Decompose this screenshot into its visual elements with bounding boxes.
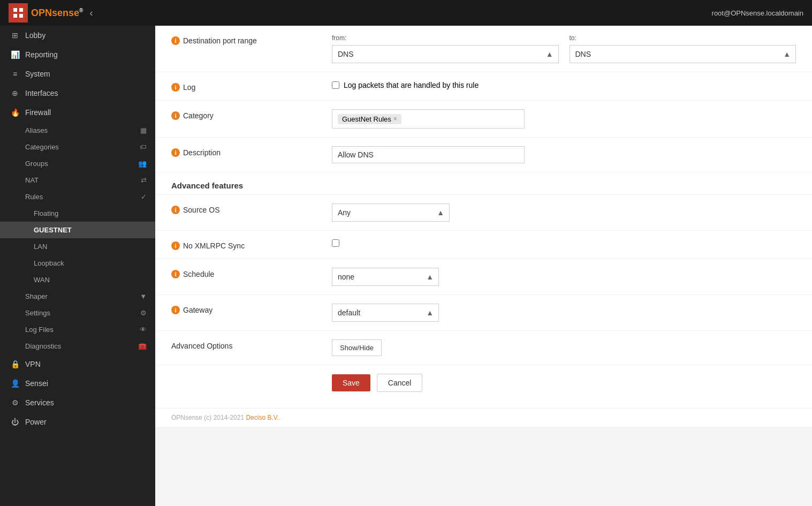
to-select[interactable]: DNS bbox=[570, 45, 796, 63]
gateway-field: default ▲ bbox=[332, 304, 796, 322]
log-field: Log packets that are handled by this rul… bbox=[332, 81, 796, 89]
advanced-features-section: Advanced features bbox=[155, 172, 812, 195]
svg-rect-2 bbox=[13, 14, 17, 18]
no-xmlrpc-checkbox[interactable] bbox=[332, 239, 339, 247]
sidebar-sub-rules[interactable]: Rules ✓ bbox=[0, 188, 155, 205]
log-checkbox[interactable] bbox=[332, 81, 339, 89]
sidebar-item-power[interactable]: ⏻ Power bbox=[0, 412, 155, 432]
shaper-label: Shaper bbox=[25, 292, 48, 300]
source-os-row: i Source OS Any ▲ bbox=[155, 195, 812, 231]
sidebar-sub-categories[interactable]: Categories 🏷 bbox=[0, 139, 155, 155]
sidebar-sub-groups[interactable]: Groups 👥 bbox=[0, 155, 155, 172]
sidebar-item-firewall[interactable]: 🔥 Firewall bbox=[0, 103, 155, 122]
cancel-button[interactable]: Cancel bbox=[377, 374, 423, 392]
logo: OPNsense® bbox=[9, 3, 83, 22]
system-icon: ≡ bbox=[10, 70, 20, 78]
footer-link[interactable]: Deciso B.V. bbox=[246, 414, 279, 421]
rules-icon: ✓ bbox=[141, 193, 147, 201]
from-select[interactable]: DNS bbox=[332, 45, 559, 63]
brand-opn: OPN bbox=[31, 7, 52, 18]
sidebar-sub-floating[interactable]: Floating bbox=[0, 205, 155, 222]
sidebar-item-label: Interfaces bbox=[25, 89, 58, 97]
guestnet-label: GUESTNET bbox=[34, 226, 72, 234]
gateway-label: i Gateway bbox=[171, 304, 321, 314]
collapse-sidebar-button[interactable]: ‹ bbox=[89, 7, 93, 19]
sidebar-sub-guestnet[interactable]: GUESTNET bbox=[0, 222, 155, 238]
groups-label: Groups bbox=[25, 160, 48, 168]
svg-rect-3 bbox=[19, 14, 23, 18]
sidebar-sub-aliases[interactable]: Aliases ▦ bbox=[0, 122, 155, 139]
topbar: OPNsense® ‹ root@OPNsense.localdomain bbox=[0, 0, 812, 26]
lan-label: LAN bbox=[34, 243, 47, 251]
schedule-label: i Schedule bbox=[171, 268, 321, 278]
brand-registered: ® bbox=[79, 7, 83, 13]
topbar-left: OPNsense® ‹ bbox=[9, 3, 93, 22]
reporting-icon: 📊 bbox=[10, 50, 20, 59]
sidebar-item-label: Reporting bbox=[25, 50, 58, 59]
log-info-icon: i bbox=[171, 83, 180, 92]
no-xmlrpc-row: i No XMLRPC Sync bbox=[155, 231, 812, 259]
footer: OPNsense (c) 2014-2021 Deciso B.V.. bbox=[155, 408, 812, 427]
sidebar-sub-wan[interactable]: WAN bbox=[0, 271, 155, 288]
sidebar-item-services[interactable]: ⚙ Services bbox=[0, 393, 155, 412]
sidebar-item-interfaces[interactable]: ⊕ Interfaces bbox=[0, 84, 155, 103]
sidebar-sub-shaper[interactable]: Shaper ▼ bbox=[0, 288, 155, 305]
schedule-info-icon: i bbox=[171, 270, 180, 278]
dest-port-range-row: i Destination port range from: DNS ▲ bbox=[155, 26, 812, 72]
sidebar: ⊞ Lobby 📊 Reporting ≡ System ⊕ Interface… bbox=[0, 26, 155, 506]
schedule-select-wrap: none ▲ bbox=[332, 268, 439, 286]
advanced-features-label: Advanced features bbox=[171, 181, 243, 190]
source-os-select[interactable]: Any bbox=[332, 203, 450, 222]
brand-text: OPNsense® bbox=[31, 7, 83, 19]
sidebar-item-reporting[interactable]: 📊 Reporting bbox=[0, 45, 155, 64]
log-label: i Log bbox=[171, 81, 321, 92]
schedule-label-text: Schedule bbox=[183, 270, 214, 278]
firewall-icon: 🔥 bbox=[10, 108, 20, 117]
sidebar-item-lobby[interactable]: ⊞ Lobby bbox=[0, 26, 155, 45]
sidebar-sub-nat[interactable]: NAT ⇄ bbox=[0, 172, 155, 188]
desc-label-text: Description bbox=[183, 148, 221, 157]
show-hide-button[interactable]: Show/Hide bbox=[332, 339, 382, 356]
schedule-select[interactable]: none bbox=[332, 268, 439, 286]
sidebar-sub-diagnostics[interactable]: Diagnostics 🧰 bbox=[0, 338, 155, 354]
description-label: i Description bbox=[171, 146, 321, 157]
sidebar-sub-lan[interactable]: LAN bbox=[0, 238, 155, 255]
svg-rect-1 bbox=[19, 8, 23, 12]
log-checkbox-row: Log packets that are handled by this rul… bbox=[332, 81, 796, 89]
categories-icon: 🏷 bbox=[140, 143, 147, 151]
gateway-select[interactable]: default bbox=[332, 304, 439, 322]
xmlrpc-info-icon: i bbox=[171, 241, 180, 250]
source-os-select-wrap: Any ▲ bbox=[332, 203, 450, 222]
gateway-select-wrap: default ▲ bbox=[332, 304, 439, 322]
category-tag-remove[interactable]: × bbox=[393, 115, 397, 123]
sidebar-sub-log-files[interactable]: Log Files 👁 bbox=[0, 321, 155, 338]
category-tag: GuestNet Rules × bbox=[338, 114, 401, 124]
from-label: from: bbox=[332, 34, 559, 42]
content-area: i Destination port range from: DNS ▲ bbox=[155, 26, 812, 408]
source-os-label-text: Source OS bbox=[183, 206, 219, 214]
wan-label: WAN bbox=[34, 276, 50, 284]
save-button[interactable]: Save bbox=[332, 374, 370, 391]
sidebar-item-vpn[interactable]: 🔒 VPN bbox=[0, 354, 155, 374]
power-icon: ⏻ bbox=[10, 418, 20, 426]
sidebar-sub-settings[interactable]: Settings ⚙ bbox=[0, 305, 155, 321]
main-content: i Destination port range from: DNS ▲ bbox=[155, 26, 812, 506]
rules-label: Rules bbox=[25, 193, 43, 201]
source-os-info-icon: i bbox=[171, 206, 180, 214]
sidebar-item-system[interactable]: ≡ System bbox=[0, 64, 155, 84]
categories-label: Categories bbox=[25, 143, 59, 151]
settings-icon: ⚙ bbox=[140, 309, 147, 317]
brand-sense: sense bbox=[52, 7, 79, 18]
port-from-field: from: DNS ▲ bbox=[332, 34, 559, 63]
description-input[interactable] bbox=[332, 146, 525, 163]
category-tag-input[interactable]: GuestNet Rules × bbox=[332, 109, 525, 129]
sidebar-item-label: System bbox=[25, 70, 50, 78]
advanced-options-label-text: Advanced Options bbox=[171, 342, 232, 350]
dest-port-label-text: Destination port range bbox=[183, 36, 257, 45]
no-xmlrpc-label: i No XMLRPC Sync bbox=[171, 239, 321, 250]
sidebar-sub-loopback[interactable]: Loopback bbox=[0, 255, 155, 271]
desc-info-icon: i bbox=[171, 148, 180, 157]
diagnostics-icon: 🧰 bbox=[138, 342, 147, 350]
gateway-info-icon: i bbox=[171, 306, 180, 314]
sidebar-item-sensei[interactable]: 👤 Sensei bbox=[0, 374, 155, 393]
